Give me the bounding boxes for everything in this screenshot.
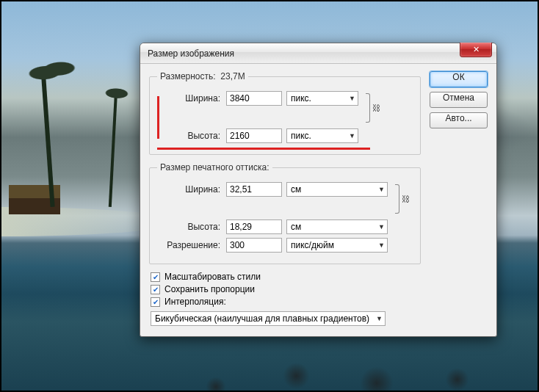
doc-width-label: Ширина: bbox=[157, 184, 222, 195]
annotation-mark bbox=[157, 148, 370, 150]
pixel-dimensions-group: Размерность: 23,7M Ширина: пикс. ▼ ⛓ bbox=[149, 71, 421, 155]
chevron-down-icon: ▼ bbox=[349, 132, 355, 139]
chevron-down-icon: ▼ bbox=[378, 223, 385, 231]
pixel-height-unit-value: пикс. bbox=[291, 131, 311, 141]
constrain-proportions-label: Сохранить пропорции bbox=[164, 284, 255, 294]
pixel-width-unit-value: пикс. bbox=[291, 93, 311, 104]
close-button[interactable]: ✕ bbox=[460, 43, 492, 57]
resolution-unit-select[interactable]: пикс/дюйм ▼ bbox=[286, 238, 388, 253]
doc-width-input[interactable] bbox=[226, 182, 282, 197]
scale-styles-checkbox[interactable]: ✔ bbox=[151, 272, 160, 282]
resolution-input[interactable] bbox=[226, 238, 282, 253]
chevron-down-icon: ▼ bbox=[349, 95, 355, 102]
titlebar[interactable]: Размер изображения ✕ bbox=[140, 43, 496, 64]
doc-width-unit-value: см bbox=[291, 184, 301, 195]
document-size-legend: Размер печатного оттиска: bbox=[157, 162, 272, 173]
chain-link-icon[interactable]: ⛓ bbox=[372, 104, 380, 112]
chevron-down-icon: ▼ bbox=[376, 315, 383, 322]
pixel-size-display: 23,7M bbox=[220, 71, 245, 81]
doc-height-unit-value: см bbox=[291, 222, 301, 232]
link-bracket-icon bbox=[366, 93, 370, 123]
doc-width-unit-select[interactable]: см ▼ bbox=[286, 182, 388, 197]
chevron-down-icon: ▼ bbox=[378, 186, 385, 193]
close-icon: ✕ bbox=[473, 45, 480, 54]
image-size-dialog: Размер изображения ✕ Размерность: 23,7M … bbox=[140, 43, 497, 337]
pixel-height-label: Высота: bbox=[157, 131, 222, 141]
constrain-proportions-checkbox[interactable]: ✔ bbox=[151, 285, 160, 294]
interpolation-select[interactable]: Бикубическая (наилучшая для плавных град… bbox=[151, 311, 386, 326]
resample-label: Интерполяция: bbox=[164, 297, 226, 307]
doc-height-input[interactable] bbox=[226, 219, 282, 234]
cancel-button[interactable]: Отмена bbox=[430, 92, 488, 108]
chain-link-icon[interactable]: ⛓ bbox=[402, 195, 410, 203]
pixel-height-unit-select[interactable]: пикс. ▼ bbox=[286, 128, 358, 143]
pixel-dimensions-legend: Размерность: 23,7M bbox=[157, 71, 248, 81]
resolution-label: Разрешение: bbox=[157, 240, 222, 250]
resolution-unit-value: пикс/дюйм bbox=[291, 240, 334, 250]
pixel-width-label: Ширина: bbox=[157, 93, 222, 104]
pixel-height-input[interactable] bbox=[226, 128, 282, 143]
doc-height-unit-select[interactable]: см ▼ bbox=[286, 219, 388, 234]
pixel-width-input[interactable] bbox=[226, 91, 282, 106]
pixel-width-unit-select[interactable]: пикс. ▼ bbox=[286, 91, 358, 106]
interpolation-value: Бикубическая (наилучшая для плавных град… bbox=[155, 313, 369, 324]
pixel-legend-prefix: Размерность: bbox=[160, 71, 216, 81]
dialog-title: Размер изображения bbox=[148, 48, 234, 59]
doc-height-label: Высота: bbox=[157, 222, 222, 232]
chevron-down-icon: ▼ bbox=[378, 242, 385, 249]
link-bracket-icon bbox=[395, 184, 399, 214]
annotation-mark bbox=[157, 96, 159, 139]
ok-button[interactable]: ОК bbox=[430, 71, 488, 87]
resample-checkbox[interactable]: ✔ bbox=[151, 297, 160, 307]
auto-button[interactable]: Авто... bbox=[430, 112, 488, 128]
scale-styles-label: Масштабировать стили bbox=[164, 272, 261, 282]
document-size-group: Размер печатного оттиска: Ширина: см ▼ ⛓… bbox=[149, 162, 421, 264]
